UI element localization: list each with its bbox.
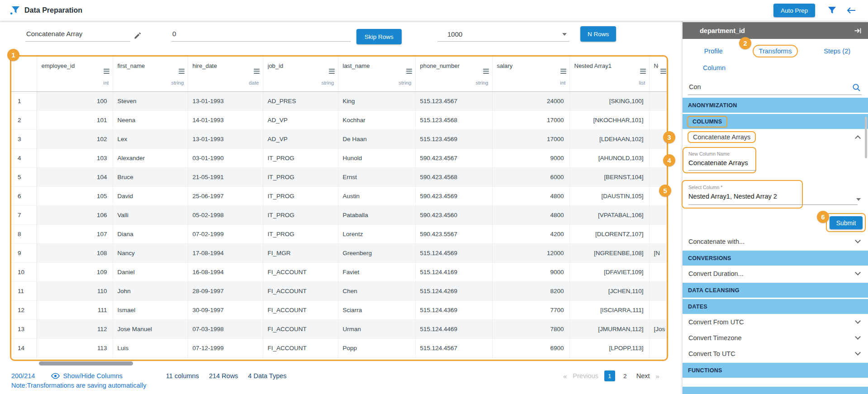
pagination-first[interactable]: « <box>563 372 567 380</box>
sidebar-transform-convert-duration[interactable]: Convert Duration... <box>683 266 868 281</box>
row-index-cell: 5 <box>11 167 37 186</box>
transform-search-input[interactable] <box>688 81 837 92</box>
table-row: 3102Lex13-01-1993AD_VPDe Haan515.123.456… <box>11 129 667 148</box>
row-count-link[interactable]: 200/214 <box>11 372 35 380</box>
column-header-phone-number[interactable]: phone_numberstring <box>415 57 492 91</box>
search-icon[interactable] <box>852 83 861 92</box>
pagination-next[interactable]: Next <box>636 372 650 380</box>
column-menu-icon[interactable] <box>104 67 109 76</box>
tab-profile[interactable]: Profile <box>683 47 745 55</box>
transform-name-input[interactable] <box>25 29 130 42</box>
column-header-nested-array1[interactable]: Nested Array1list <box>569 57 649 91</box>
table-cell: [JMURMAN,112] <box>569 319 649 338</box>
summary-rows: 214 Rows <box>209 372 238 380</box>
table-cell: IT_PROG <box>263 224 338 243</box>
pagination-page-2[interactable]: 2 <box>620 370 631 381</box>
table-cell: Urman <box>338 319 415 338</box>
table-cell: 30-09-1997 <box>188 300 263 319</box>
pagination-last[interactable]: » <box>656 372 659 380</box>
row-count-select[interactable]: 1000 <box>437 27 569 42</box>
sidebar-category-anonymization[interactable]: ANONYMIZATION <box>683 98 868 113</box>
edit-pencil-icon[interactable] <box>134 32 142 41</box>
sidebar-transform-convert-timezone[interactable]: Convert Timezone <box>683 330 868 346</box>
column-menu-icon[interactable] <box>406 67 412 76</box>
filter-icon[interactable] <box>826 5 838 16</box>
table-cell: 03-01-1990 <box>188 148 263 167</box>
sidebar: department_id Profile Transforms Steps (… <box>682 21 868 394</box>
horizontal-scrollbar[interactable] <box>39 361 133 366</box>
column-header-neste[interactable]: Neste <box>649 57 667 91</box>
table-cell: De Haan <box>338 129 415 148</box>
table-cell: Lorentz <box>338 224 415 243</box>
autosave-note: Note:Transformations are saving automati… <box>11 382 146 389</box>
auto-prep-button[interactable]: Auto Prep <box>773 4 815 17</box>
transform-search <box>688 81 862 95</box>
column-menu-icon[interactable] <box>483 67 489 76</box>
table-cell: 4800 <box>492 205 569 224</box>
table-cell: [ISCIARRA,111] <box>569 300 649 319</box>
sidebar-category-dates[interactable]: DATES <box>683 299 868 314</box>
sidebar-category-columns[interactable]: COLUMNS <box>683 114 868 129</box>
table-cell: 590.423.5567 <box>415 224 492 243</box>
back-arrow-icon[interactable] <box>844 5 858 16</box>
tab-transforms[interactable]: Transforms <box>745 45 806 57</box>
top-bar: Data Preparation Auto Prep <box>0 0 868 21</box>
table-cell: 12000 <box>492 243 569 262</box>
pagination-previous[interactable]: Previous <box>573 372 598 380</box>
column-header-first-name[interactable]: first_namestring <box>113 57 188 91</box>
column-menu-icon[interactable] <box>660 67 666 76</box>
column-menu-icon[interactable] <box>640 67 646 76</box>
table-cell: AD_VP <box>263 129 338 148</box>
sidebar-scrollbar[interactable] <box>865 117 867 158</box>
n-rows-button[interactable]: N Rows <box>580 26 616 42</box>
column-menu-icon[interactable] <box>329 67 335 76</box>
sidebar-category-partial[interactable] <box>683 387 868 394</box>
table-row: 9108Nancy17-08-1994FI_MGRGreenberg515.12… <box>11 243 667 262</box>
collapse-panel-icon[interactable] <box>854 27 862 35</box>
column-header-last-name[interactable]: last_namestring <box>338 57 415 91</box>
table-cell: 13-01-1993 <box>188 129 263 148</box>
table-cell: IT_PROG <box>263 205 338 224</box>
column-header-employee-id[interactable]: employee_idint <box>37 57 113 91</box>
table-row: 12111Ismael30-09-1997FI_ACCOUNTSciarra51… <box>11 300 667 319</box>
tab-steps[interactable]: Steps (2) <box>806 47 868 55</box>
table-cell: Austin <box>338 186 415 205</box>
select-column-input[interactable]: Nested Array1, Nested Array 2 <box>688 193 858 205</box>
sidebar-category-conversions[interactable]: CONVERSIONS <box>683 251 868 266</box>
column-menu-icon[interactable] <box>560 67 566 76</box>
new-column-name-input[interactable]: Concatenate Arrays <box>688 159 756 171</box>
chevron-down-icon <box>562 33 567 36</box>
table-cell: Neena <box>113 110 188 129</box>
table-cell: [DAUSTIN,105] <box>569 186 649 205</box>
sidebar-transform-concatenate-arrays[interactable]: Concatenate Arrays <box>683 129 868 145</box>
column-menu-icon[interactable] <box>179 67 185 76</box>
sidebar-category-functions[interactable]: FUNCTIONS <box>683 363 868 378</box>
concatenate-arrays-form: New Column Name Concatenate Arrays Selec… <box>683 145 868 233</box>
skip-rows-input[interactable] <box>171 29 351 42</box>
column-header-job-id[interactable]: job_idstring <box>263 57 338 91</box>
submit-button[interactable]: Submit <box>830 216 863 229</box>
sidebar-transform-concatenate-with[interactable]: Concatenate with... <box>683 233 868 249</box>
table-cell <box>649 110 667 129</box>
skip-rows-button[interactable]: Skip Rows <box>356 29 402 44</box>
sidebar-category-data-cleansing[interactable]: DATA CLEANSING <box>683 283 868 298</box>
sidebar-transform-convert-from-utc[interactable]: Convert From UTC <box>683 314 868 330</box>
table-cell: 515.123.4569 <box>415 129 492 148</box>
show-hide-columns-button[interactable]: Show/Hide Columns <box>51 372 122 380</box>
chevron-down-icon[interactable] <box>856 198 861 201</box>
pagination-pages: 12 <box>604 370 631 381</box>
table-cell: 109 <box>37 262 113 281</box>
pagination-page-1[interactable]: 1 <box>604 370 615 381</box>
table-cell: Chen <box>338 281 415 300</box>
table-cell: 515.124.4569 <box>415 243 492 262</box>
table-cell: 17000 <box>492 110 569 129</box>
subtab-column[interactable]: Column <box>693 64 735 75</box>
table-cell: [SKING,100] <box>569 91 649 110</box>
table-row: 13112Jose Manuel07-03-1998FI_ACCOUNTUrma… <box>11 319 667 338</box>
column-header-salary[interactable]: salaryint <box>492 57 569 91</box>
table-cell: Hunold <box>338 148 415 167</box>
column-menu-icon[interactable] <box>254 67 260 76</box>
table-cell: 16-08-1994 <box>188 262 263 281</box>
column-header-hire-date[interactable]: hire_datedate <box>188 57 263 91</box>
sidebar-transform-convert-to-utc[interactable]: Convert To UTC <box>683 346 868 361</box>
